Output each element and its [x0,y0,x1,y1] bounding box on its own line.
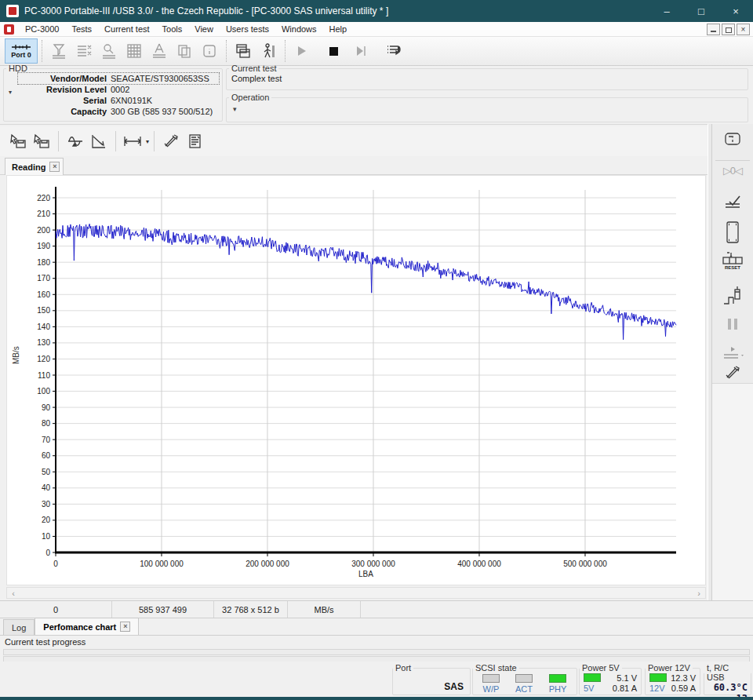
mdi-minimize-button[interactable] [707,24,720,35]
scsi-led-wp: W/P [479,674,503,694]
chart-toolbar-separator [154,131,155,151]
mdi-close-button[interactable]: × [737,24,750,35]
data-grid-icon[interactable] [122,39,147,63]
verify-drive-icon[interactable] [712,191,753,212]
firmware-device-icon[interactable] [712,220,753,245]
mdi-restore-button[interactable] [722,24,735,35]
script-info-icon[interactable] [712,130,753,149]
svg-text:100 000 000: 100 000 000 [140,560,184,568]
power12v-amp: 0.59 A [671,684,696,693]
svg-text:210: 210 [37,210,50,218]
windows-copy-icon[interactable] [231,39,256,63]
svg-text:170: 170 [37,274,50,283]
minimize-button[interactable]: – [649,0,684,22]
run-task-icon[interactable] [256,39,281,63]
current-test-value: Complex test [227,73,748,83]
measure-range-icon[interactable] [121,130,144,152]
svg-text:40: 40 [42,483,51,492]
compare-zero-icon[interactable]: ▷0◁ [712,165,753,177]
play-icon[interactable] [289,39,315,63]
menu-tools[interactable]: Tools [156,23,189,35]
tab-log[interactable]: Log [3,619,35,635]
operation-dropdown[interactable]: ▾ [227,102,748,113]
svg-text:20: 20 [42,516,51,524]
temperature-group: t, R/C USB 60.3°C 13 [704,663,751,695]
y-axis-label: MB/s [12,346,20,364]
hdd-field-revision[interactable]: Revision Level 0002 [18,84,219,95]
menu-pc3000[interactable]: PC-3000 [19,23,65,35]
performance-chart[interactable]: MB/s 01020304050607080901001101201301401… [6,175,706,585]
pause-icon[interactable] [712,319,753,333]
close-button[interactable]: × [718,0,753,22]
maximize-button[interactable]: □ [684,0,718,22]
svg-text:LBA: LBA [358,570,373,578]
svg-text:400 000 000: 400 000 000 [457,560,501,568]
utility-compass-icon[interactable] [147,39,172,63]
main-toolbar: Port 0 [0,37,753,66]
menu-users-tests[interactable]: Users tests [220,23,275,35]
tools-icon[interactable] [712,364,753,381]
power5v-volt: 5.1 V [617,673,637,683]
menu-help[interactable]: Help [323,23,354,35]
hdd-field-serial[interactable]: Serial 6XN0191K [18,95,219,106]
chart-report-icon[interactable] [183,130,206,152]
hdd-field-capacity[interactable]: Capacity 300 GB (585 937 500/512) [18,106,219,117]
svg-text:130: 130 [37,338,50,347]
menu-tests[interactable]: Tests [65,23,98,35]
current-test-label: Current test [229,64,278,73]
side-toolbar: ▷0◁ RESET [712,124,753,600]
menu-view[interactable]: View [188,23,220,35]
hdd-expander-icon[interactable]: ▾ [9,89,12,96]
scroll-left-icon[interactable]: ‹ [7,589,20,598]
run-drive-icon[interactable] [712,345,753,363]
stop-icon[interactable] [321,39,346,63]
chart-settings-icon[interactable] [159,130,183,152]
test-script-icon[interactable] [71,39,96,63]
current-test-group: Current test Complex test [226,64,748,90]
operation-label: Operation [229,93,271,102]
progress-label: Current test progress [5,637,85,647]
inject-graph-icon[interactable] [712,285,753,308]
toolbar-separator [42,40,42,62]
toolbar-separator [226,40,227,62]
chart-toolbar: ▾ [0,126,708,156]
search-drive-icon[interactable] [96,39,122,63]
svg-text:0: 0 [45,549,50,557]
status-cell-block-size: 32 768 x 512 b [214,601,288,618]
tab-performance-chart[interactable]: Perfomance chart × [35,618,139,635]
copy-buffer-icon[interactable] [172,39,197,63]
chart-status-bar: 0 585 937 499 32 768 x 512 b MB/s [0,600,753,618]
chart-wave-icon[interactable] [64,130,87,152]
power12v-volt: 12.3 V [671,673,696,683]
progress-bar-current [3,649,750,655]
tab-close-icon[interactable]: × [120,622,130,632]
reset-icon[interactable]: RESET [712,251,753,270]
chart-decline-icon[interactable] [87,130,111,152]
chart-toolbar-separator [58,131,59,151]
script-info-icon[interactable] [197,39,222,63]
menu-current-test[interactable]: Current test [98,23,155,35]
svg-text:60: 60 [42,451,51,460]
task-list-icon[interactable] [382,39,407,63]
svg-text:70: 70 [42,436,51,444]
chart-canvas: 0102030405060708090100110120130140150160… [7,176,705,585]
load-chart-icon[interactable] [6,130,30,152]
tab-close-icon[interactable]: × [49,162,60,172]
status-cell-start-lba: 0 [0,601,112,618]
toolbar-separator [285,40,286,62]
step-forward-icon[interactable] [349,39,374,63]
menu-windows[interactable]: Windows [275,23,323,35]
save-chart-icon[interactable] [30,130,53,152]
tab-reading[interactable]: Reading × [5,158,64,175]
power12v-led [649,673,667,682]
svg-text:140: 140 [37,323,50,331]
svg-text:150: 150 [37,306,50,315]
svg-text:160: 160 [37,290,50,299]
measure-dropdown-icon[interactable]: ▾ [146,138,149,145]
test-select-icon[interactable] [46,39,71,63]
chart-hscrollbar[interactable]: ‹ › [6,587,706,599]
hdd-field-vendor[interactable]: Vendor/Model SEAGATE/ST9300653SS [18,73,219,84]
scroll-right-icon[interactable]: › [693,589,705,598]
port0-button[interactable]: Port 0 [5,38,38,64]
power12v-group: Power 12V 12.3 V 12V0.59 A [645,663,700,695]
